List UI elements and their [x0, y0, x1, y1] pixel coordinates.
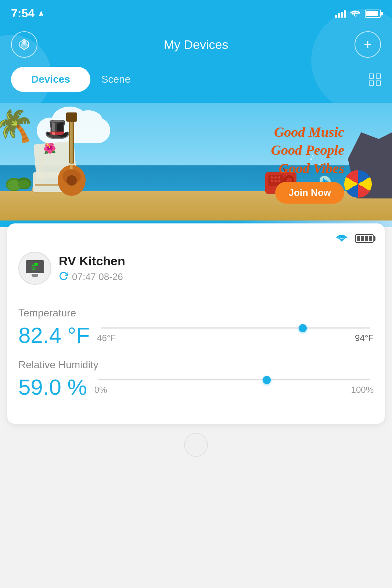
- location-arrow-icon: [37, 10, 45, 17]
- header: My Devices +: [0, 24, 392, 67]
- battery-level-icon: [355, 234, 374, 243]
- banner-line-2: Good People: [271, 141, 344, 159]
- bottom-card-peek: [0, 433, 392, 457]
- banner-line-1: Good Music: [271, 123, 344, 141]
- refresh-icon[interactable]: [59, 271, 68, 283]
- humidity-slider: 0% 100%: [94, 379, 374, 395]
- humidity-label: Relative Humidity: [18, 359, 374, 371]
- temperature-thumb: [299, 324, 307, 332]
- humidity-slider-labels: 0% 100%: [94, 385, 374, 395]
- device-details: RV Kitchen 07:47 08-26: [59, 254, 374, 283]
- device-last-updated: 07:47 08-26: [72, 271, 123, 283]
- beach-ball-decoration: [344, 170, 372, 198]
- humidity-max-label: 100%: [351, 385, 374, 395]
- svg-point-23: [18, 180, 30, 189]
- banner-line-3: Good Vibes: [271, 159, 344, 178]
- wifi-status-icon: [335, 233, 349, 244]
- bottom-device-icon-peek: [184, 433, 208, 457]
- header-title: My Devices: [164, 37, 229, 52]
- banner-section: 🌴: [0, 103, 392, 220]
- coconut-decoration: [4, 171, 33, 194]
- device-card: 188□□ RV Kitchen 07:47 08-26: [7, 223, 385, 424]
- temperature-section: Temperature 82.4 °F 46°F 94°F: [18, 307, 374, 348]
- temperature-track: [101, 327, 370, 329]
- status-time: 7:54: [11, 7, 45, 20]
- humidity-value: 59.0 %: [18, 374, 87, 400]
- banner-text-block: Good Music Good People Good Vibes Join N…: [271, 123, 344, 204]
- humidity-section: Relative Humidity 59.0 % 0% 100%: [18, 359, 374, 400]
- temperature-slider-labels: 46°F 94°F: [97, 333, 374, 343]
- device-name: RV Kitchen: [59, 254, 374, 268]
- device-screen-display: 188□□: [26, 260, 44, 273]
- humidity-min-label: 0%: [94, 385, 107, 395]
- temp-max-label: 94°F: [355, 333, 374, 343]
- humidity-row: 59.0 % 0% 100%: [18, 374, 374, 400]
- card-status-row: [18, 233, 374, 244]
- device-icon: 188□□: [18, 252, 51, 285]
- time-display: 7:54: [11, 7, 35, 20]
- phone-wrapper: 7:54: [0, 0, 392, 588]
- temperature-slider: 46°F 94°F: [97, 327, 374, 343]
- humidity-thumb: [263, 376, 271, 384]
- temp-min-label: 46°F: [97, 333, 116, 343]
- floral-decoration: 🌺: [43, 142, 56, 154]
- device-info-row: 188□□ RV Kitchen 07:47 08-26: [18, 252, 374, 285]
- temperature-row: 82.4 °F 46°F 94°F: [18, 323, 374, 348]
- humidity-track: [98, 379, 370, 380]
- hat-decoration: 🎩: [44, 116, 71, 141]
- card-divider: [7, 296, 385, 296]
- join-now-button[interactable]: Join Now: [275, 182, 344, 204]
- svg-point-16: [66, 175, 77, 186]
- temperature-value: 82.4 °F: [18, 323, 90, 348]
- temperature-label: Temperature: [18, 307, 374, 319]
- device-time: 07:47 08-26: [59, 271, 374, 283]
- tab-scene[interactable]: Scene: [101, 74, 130, 85]
